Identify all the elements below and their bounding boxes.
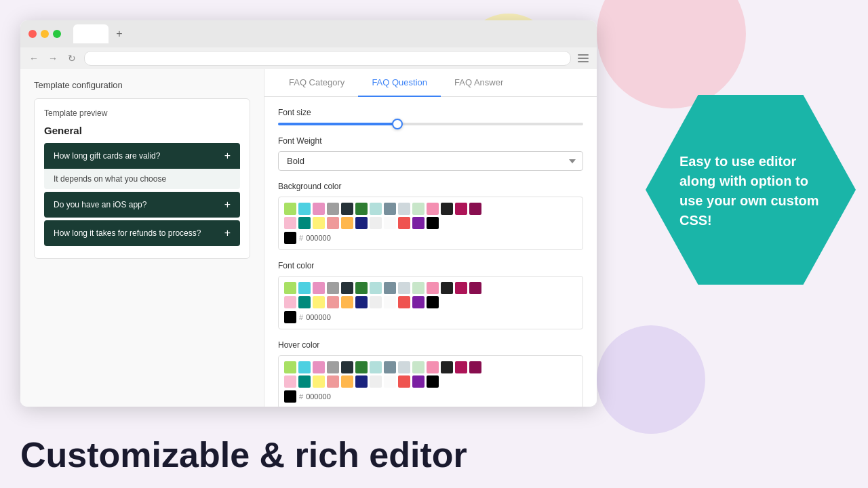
color-swatch[interactable]	[284, 361, 296, 373]
color-swatch[interactable]	[412, 282, 425, 294]
color-swatch[interactable]	[469, 282, 481, 294]
color-swatch[interactable]	[298, 217, 311, 229]
color-swatch[interactable]	[284, 203, 296, 215]
faq-expand-3[interactable]: +	[224, 227, 231, 239]
color-swatch[interactable]	[298, 203, 311, 215]
color-swatch[interactable]	[398, 217, 410, 229]
color-swatch[interactable]	[313, 375, 325, 388]
faq-question-2[interactable]: Do you have an iOS app? +	[44, 192, 240, 218]
color-swatch[interactable]	[469, 361, 481, 373]
color-swatch[interactable]	[327, 217, 339, 229]
color-swatch[interactable]	[298, 282, 311, 294]
dot-red[interactable]	[28, 30, 37, 38]
color-swatch[interactable]	[313, 296, 325, 308]
color-swatch[interactable]	[455, 203, 467, 215]
color-swatch[interactable]	[412, 203, 425, 215]
color-swatch[interactable]	[441, 361, 453, 373]
color-swatch[interactable]	[327, 361, 339, 373]
new-tab-button[interactable]: +	[111, 26, 127, 42]
color-swatch[interactable]	[412, 361, 425, 373]
color-swatch[interactable]	[327, 375, 339, 388]
tab-faq-question[interactable]: FAQ Question	[358, 69, 441, 97]
color-swatch[interactable]	[355, 375, 368, 388]
color-swatch[interactable]	[384, 296, 396, 308]
color-swatch[interactable]	[284, 217, 296, 229]
dot-yellow[interactable]	[41, 30, 49, 38]
color-swatch[interactable]	[370, 296, 382, 308]
refresh-button[interactable]: ↻	[65, 52, 79, 65]
color-swatch[interactable]	[370, 217, 382, 229]
color-swatch[interactable]	[313, 282, 325, 294]
color-swatch[interactable]	[412, 375, 425, 388]
color-swatch[interactable]	[355, 296, 368, 308]
color-swatch[interactable]	[327, 282, 339, 294]
color-swatch[interactable]	[355, 282, 368, 294]
bg-color-hex-input[interactable]	[306, 234, 347, 242]
color-swatch[interactable]	[384, 361, 396, 373]
color-swatch[interactable]	[327, 203, 339, 215]
color-swatch[interactable]	[284, 375, 296, 388]
slider-thumb[interactable]	[392, 119, 403, 129]
forward-button[interactable]: →	[46, 52, 60, 65]
font-weight-select[interactable]: Bold Regular Light Medium Semi-bold	[278, 151, 583, 171]
color-swatch[interactable]	[341, 217, 353, 229]
color-swatch[interactable]	[384, 217, 396, 229]
color-swatch[interactable]	[327, 296, 339, 308]
color-swatch[interactable]	[469, 203, 481, 215]
color-swatch[interactable]	[398, 375, 410, 388]
color-swatch[interactable]	[298, 296, 311, 308]
color-swatch[interactable]	[427, 203, 439, 215]
tab-faq-category[interactable]: FAQ Category	[275, 69, 358, 97]
color-swatch[interactable]	[341, 361, 353, 373]
color-swatch[interactable]	[427, 375, 439, 388]
color-swatch[interactable]	[398, 361, 410, 373]
color-swatch[interactable]	[341, 282, 353, 294]
color-swatch[interactable]	[441, 203, 453, 215]
color-swatch[interactable]	[398, 296, 410, 308]
color-swatch[interactable]	[455, 361, 467, 373]
color-swatch[interactable]	[427, 296, 439, 308]
color-swatch[interactable]	[455, 282, 467, 294]
dot-green[interactable]	[53, 30, 61, 38]
color-swatch[interactable]	[427, 217, 439, 229]
color-swatch[interactable]	[398, 282, 410, 294]
color-swatch[interactable]	[355, 217, 368, 229]
color-swatch[interactable]	[313, 217, 325, 229]
address-bar[interactable]	[84, 51, 571, 66]
color-swatch[interactable]	[341, 375, 353, 388]
hover-color-hex-input[interactable]	[306, 392, 347, 401]
color-swatch[interactable]	[398, 203, 410, 215]
color-swatch[interactable]	[384, 375, 396, 388]
color-swatch[interactable]	[355, 203, 368, 215]
browser-menu[interactable]	[576, 52, 590, 65]
color-swatch[interactable]	[427, 361, 439, 373]
color-swatch[interactable]	[284, 296, 296, 308]
faq-question-1[interactable]: How long gift cards are valid? +	[44, 143, 240, 169]
color-swatch[interactable]	[441, 282, 453, 294]
faq-expand-2[interactable]: +	[224, 199, 231, 211]
browser-tab[interactable]	[73, 24, 108, 43]
font-color-hex-input[interactable]	[306, 313, 347, 321]
color-swatch[interactable]	[412, 296, 425, 308]
color-swatch[interactable]	[384, 282, 396, 294]
color-swatch[interactable]	[384, 203, 396, 215]
color-swatch[interactable]	[370, 282, 382, 294]
color-swatch[interactable]	[355, 361, 368, 373]
color-swatch[interactable]	[370, 375, 382, 388]
color-swatch[interactable]	[298, 361, 311, 373]
color-swatch[interactable]	[427, 282, 439, 294]
color-swatch[interactable]	[298, 375, 311, 388]
back-button[interactable]: ←	[27, 52, 41, 65]
color-swatch[interactable]	[341, 296, 353, 308]
color-swatch[interactable]	[412, 217, 425, 229]
font-size-slider[interactable]	[278, 123, 583, 125]
color-swatch[interactable]	[370, 361, 382, 373]
color-swatch[interactable]	[313, 203, 325, 215]
color-swatch[interactable]	[313, 361, 325, 373]
color-swatch[interactable]	[284, 282, 296, 294]
color-swatch[interactable]	[370, 203, 382, 215]
tab-faq-answer[interactable]: FAQ Answer	[441, 69, 517, 97]
faq-question-3[interactable]: How long it takes for refunds to process…	[44, 220, 240, 246]
faq-expand-1[interactable]: +	[224, 150, 231, 162]
color-swatch[interactable]	[341, 203, 353, 215]
